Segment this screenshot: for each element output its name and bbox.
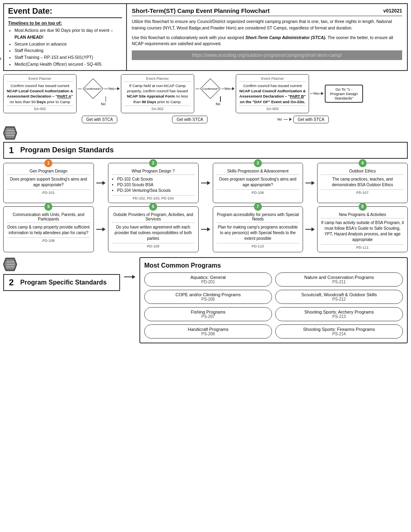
card-6-body: Do you have written agreement with each … bbox=[112, 224, 195, 241]
common-program-0-name: Aquatics: General bbox=[149, 275, 268, 280]
common-program-5-code: PS-213 bbox=[280, 314, 399, 319]
description-2: Use this flowchart to collaboratively wo… bbox=[132, 35, 402, 48]
diamond-1-text: Confirmed? bbox=[85, 87, 101, 91]
yes-3-label: Yes bbox=[313, 91, 319, 96]
card-8-header: New Programs & Activities bbox=[321, 212, 404, 218]
card-3-number: 3 bbox=[254, 159, 262, 167]
card-4-number: 4 bbox=[359, 159, 367, 167]
no-2: No bbox=[216, 102, 220, 106]
common-programs-grid: Aquatics: General PD-201 Nature and Cons… bbox=[144, 272, 403, 339]
header-left-panel: Event Date: Timelines to be on top of: M… bbox=[4, 4, 127, 70]
card-arrow-3 bbox=[305, 163, 315, 203]
flowchart-title-row: Short-Term(ST) Camp Event Planning Flowc… bbox=[132, 7, 402, 16]
card-1-code: PD-101 bbox=[7, 189, 90, 195]
stca-box-1: Get with STCA bbox=[82, 116, 117, 123]
stca-box-3: Get with STCA bbox=[293, 116, 329, 123]
common-program-0-code: PD-201 bbox=[149, 280, 268, 284]
card-arrow-5 bbox=[96, 206, 106, 252]
card-7-header: Program accessibility for persons with S… bbox=[216, 212, 300, 223]
flow-box-2-label: Event Planner bbox=[124, 77, 191, 82]
section2-title: Program Specific Standards bbox=[20, 279, 106, 286]
flow-box-2-content: If Camp held at non-NCAP Camp property, … bbox=[124, 83, 191, 104]
yes-2: Yes bbox=[224, 87, 230, 91]
card-4-body: The camp practices, teaches, and demonst… bbox=[321, 177, 404, 188]
common-program-6-code: PS-208 bbox=[149, 332, 268, 336]
timelines-title: Timelines to be on top of: bbox=[8, 21, 122, 25]
section1-title: Program Design Standards bbox=[20, 146, 114, 154]
no-1: No bbox=[101, 102, 106, 106]
connector-1: Confirmed? Yes No bbox=[78, 81, 120, 106]
tag-icon-1 bbox=[3, 126, 18, 140]
card-7-code: PD-110 bbox=[216, 243, 300, 248]
card-8-number: 8 bbox=[359, 203, 367, 211]
common-program-7: Shooting Sports: Firearms Programs PS-21… bbox=[275, 324, 403, 339]
bullet-3: Staff Recruiting bbox=[15, 47, 122, 54]
diamond-2-text: Confirmed? bbox=[202, 87, 219, 91]
yes-3-arrow: Yes bbox=[310, 91, 324, 96]
common-program-4-name: Fishing Programs bbox=[149, 310, 268, 314]
version-label: v012021 bbox=[383, 8, 402, 14]
flow-box-1-code: SA-002 bbox=[6, 106, 73, 111]
connector-2: Confirmed? Yes No bbox=[195, 81, 235, 106]
card-arrow-7 bbox=[305, 206, 315, 252]
common-program-6: Handicraft Programs PS-208 bbox=[144, 324, 272, 339]
card-arrow-2 bbox=[201, 163, 210, 203]
common-program-4-code: PS-207 bbox=[149, 314, 268, 319]
section2-area: 2 Program Specific Standards Most Common… bbox=[3, 257, 408, 343]
bullet-1: Most Actions are due 90 Days prior to da… bbox=[15, 27, 122, 41]
common-program-3-name: Scoutcraft, Woodcraft & Outdoor Skills bbox=[280, 292, 399, 297]
common-program-2: COPE and/or Climbing Programs PS-206 bbox=[144, 290, 272, 304]
flow-box-3-content: Confirm council has issued current NCAP … bbox=[239, 83, 306, 104]
card-8-body: If camp has activity outside of BSA Prog… bbox=[321, 220, 404, 243]
diamond-2: Confirmed? bbox=[199, 81, 222, 96]
most-common-title: Most Common Programs bbox=[144, 262, 403, 269]
common-program-5-name: Shooting Sports: Archery Programs bbox=[280, 310, 399, 314]
common-program-1-name: Nature and Conservation Programs bbox=[280, 275, 399, 280]
card-3-body: Does program support Scouting's aims and… bbox=[216, 177, 300, 188]
card-6-code: PD-109 bbox=[112, 243, 195, 248]
section2-to-common-arrow bbox=[124, 275, 135, 279]
section1-number: 1 bbox=[9, 145, 14, 156]
card-6-number: 6 bbox=[149, 203, 157, 211]
common-program-5: Shooting Sports: Archery Programs PS-213 bbox=[275, 307, 403, 321]
no-3-label: No bbox=[277, 117, 282, 121]
program-card-1: 1 Gen Program Design Does program suppor… bbox=[3, 163, 94, 203]
flow-box-1: Event Planner Confirm council has issued… bbox=[3, 74, 77, 113]
flow-box-1-content: Confirm council has issued current NCAP … bbox=[6, 83, 73, 104]
description-1: Utilize this flowchart to ensure any Cou… bbox=[132, 19, 402, 31]
common-program-2-name: COPE and/or Climbing Programs bbox=[149, 292, 268, 297]
card-1-body: Does program support Scouting's aims and… bbox=[7, 177, 90, 188]
diamond-1: Confirmed? bbox=[82, 81, 104, 96]
card-3-header: Skills Progression & Advancement bbox=[216, 169, 300, 175]
card-4-code: PD-107 bbox=[321, 189, 404, 195]
program-card-7: 7 Program accessibility for persons with… bbox=[213, 206, 303, 252]
card-2-item-3: PD-104 Venturing/Sea Scouts bbox=[117, 188, 195, 193]
card-arrow-1 bbox=[96, 163, 106, 203]
card-8-code: PD-111 bbox=[321, 244, 404, 249]
start-here-group: Start Here bbox=[0, 56, 1, 74]
timelines-list: Most Actions are due 90 Days prior to da… bbox=[8, 27, 122, 68]
bullet-4: Staff Training – RP-153 and HS-501(YPT) bbox=[15, 54, 122, 61]
yes-1: Yes bbox=[108, 87, 114, 91]
card-1-number: 1 bbox=[44, 159, 52, 167]
card-2-number: 2 bbox=[149, 159, 157, 167]
bullet-2: Secure Location in advance bbox=[15, 41, 122, 48]
common-program-1: Nature and Conservation Programs PS-211 bbox=[275, 272, 403, 287]
card-arrow-6 bbox=[201, 206, 210, 252]
card-2-item-1: PD-102 Cub Scouts bbox=[117, 177, 195, 182]
section2-left: 2 Program Specific Standards bbox=[3, 257, 120, 291]
card-2-header: What Program Design ? bbox=[112, 169, 195, 175]
card-2-body: PD-102 Cub Scouts PD-103 Scouts BSA PD-1… bbox=[112, 177, 195, 193]
stca-box-2: Get with STCA bbox=[172, 116, 208, 123]
common-program-4: Fishing Programs PS-207 bbox=[144, 307, 272, 321]
flowchart-title: Short-Term(ST) Camp Event Planning Flowc… bbox=[132, 7, 270, 14]
common-program-7-code: PS-214 bbox=[280, 332, 399, 336]
url-box[interactable]: https://www.scouting.org/outdoor-program… bbox=[132, 50, 402, 60]
card-5-header: Communication with Units, Parents, and P… bbox=[7, 212, 90, 223]
card-7-body: Plan for making camp's programs accessib… bbox=[216, 224, 300, 241]
card-5-number: 5 bbox=[44, 203, 52, 211]
program-row-1: 1 Gen Program Design Does program suppor… bbox=[3, 163, 408, 203]
card-3-code: PD-106 bbox=[216, 189, 300, 195]
card-2-code: PD-102, PD-103, PD-104 bbox=[112, 195, 195, 200]
card-2-item-2: PD-103 Scouts BSA bbox=[117, 182, 195, 188]
